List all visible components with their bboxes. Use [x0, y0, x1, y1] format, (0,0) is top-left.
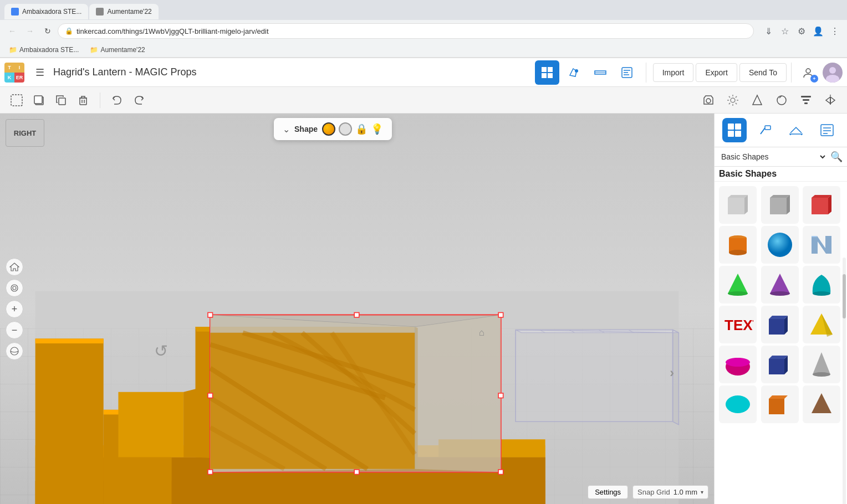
- cylinder-icon: [722, 229, 753, 260]
- toolbar-duplicate-button[interactable]: [29, 90, 49, 110]
- camera-controls: + −: [6, 258, 23, 360]
- cone-green-icon: [722, 269, 753, 300]
- shape-item-sphere[interactable]: [761, 226, 799, 264]
- toolbar-group-button[interactable]: [7, 90, 27, 110]
- snap-dropdown-icon[interactable]: ▾: [701, 489, 703, 495]
- svg-marker-109: [787, 195, 790, 214]
- bookmark-folder-icon-2: 📁: [90, 46, 98, 54]
- shape-item-pyramid-yellow[interactable]: [803, 306, 840, 343]
- home-camera-button[interactable]: [6, 258, 23, 276]
- export-button[interactable]: Export: [696, 63, 737, 82]
- light-icon: [726, 94, 739, 107]
- svg-marker-133: [784, 356, 788, 374]
- code-view-button[interactable]: [615, 60, 639, 85]
- panel-scrollbar[interactable]: [843, 258, 846, 504]
- shape-lock-icon[interactable]: 🔒: [355, 123, 368, 135]
- shape-tool-button[interactable]: [747, 90, 767, 110]
- shape-item-cube-blue[interactable]: [761, 306, 799, 343]
- toolbar-undo-button[interactable]: [107, 90, 127, 110]
- category-select[interactable]: Basic Shapes: [719, 152, 827, 162]
- panel-grid-view-button[interactable]: [722, 118, 747, 142]
- toolbar-copy-button[interactable]: [51, 90, 71, 110]
- svg-rect-94: [735, 124, 741, 130]
- svg-rect-73: [498, 312, 503, 317]
- bookmark-item-2[interactable]: 📁 Aumentame'22: [85, 45, 149, 55]
- zoom-out-button[interactable]: −: [6, 321, 23, 339]
- note-button[interactable]: [772, 90, 792, 110]
- panel-scroll-thumb[interactable]: [843, 274, 846, 318]
- send-to-button[interactable]: Send To: [739, 63, 787, 82]
- bookmark-label-2: Aumentame'22: [100, 46, 145, 54]
- header-menu-button[interactable]: ☰: [31, 64, 49, 81]
- shape-item-partial-cyan[interactable]: [719, 385, 757, 423]
- svg-rect-78: [498, 470, 503, 475]
- plane-icon: [789, 123, 803, 137]
- logo-i: I: [14, 63, 24, 73]
- menu-btn[interactable]: ⋮: [827, 23, 843, 39]
- shape-item-cone-green[interactable]: [719, 266, 757, 304]
- build-mode-button[interactable]: [562, 60, 586, 85]
- shape-item-box-gray-2[interactable]: [761, 186, 799, 224]
- code-view-icon: [621, 66, 633, 79]
- shape-item-cone-purple[interactable]: [761, 266, 799, 304]
- user-avatar-button[interactable]: [823, 63, 843, 83]
- toolbar-delete-button[interactable]: [73, 90, 93, 110]
- panel-text-button[interactable]: [815, 118, 839, 142]
- add-user-button[interactable]: +: [796, 60, 820, 85]
- down-arrow-button[interactable]: [6, 342, 23, 360]
- flat-view-button[interactable]: [588, 60, 613, 85]
- bookmark-item-1[interactable]: 📁 Ambaixadora STE...: [4, 45, 83, 55]
- svg-marker-52: [183, 386, 207, 457]
- align-button[interactable]: [796, 90, 816, 110]
- shape-item-box-gray-1[interactable]: [719, 186, 757, 224]
- shape-item-cone-gray[interactable]: [803, 346, 840, 383]
- shape-item-gem-magenta[interactable]: [719, 346, 757, 383]
- svg-rect-100: [821, 125, 833, 136]
- fit-camera-button[interactable]: [6, 279, 23, 297]
- shape-item-text-3d[interactable]: TEXT: [719, 306, 757, 343]
- toolbar-redo-button[interactable]: [129, 90, 149, 110]
- shape-item-letter-n[interactable]: [803, 226, 840, 264]
- shape-item-cone-teal[interactable]: [803, 266, 840, 304]
- svg-rect-0: [542, 67, 547, 72]
- shape-item-prism-blue[interactable]: [761, 346, 799, 383]
- profile-btn[interactable]: 👤: [810, 23, 826, 39]
- shape-item-cylinder[interactable]: [719, 226, 757, 264]
- light-button[interactable]: [723, 90, 743, 110]
- svg-rect-2: [542, 73, 547, 78]
- svg-line-31: [729, 102, 730, 104]
- shape-solid-option[interactable]: [322, 122, 335, 136]
- shape-hole-option[interactable]: [339, 122, 352, 136]
- svg-rect-19: [80, 98, 86, 105]
- nav-refresh-button[interactable]: ↻: [40, 23, 55, 39]
- settings-button[interactable]: Settings: [588, 485, 628, 499]
- panel-hammer-button[interactable]: [753, 118, 778, 142]
- panel-view-icons: [715, 114, 847, 147]
- search-icon[interactable]: 🔍: [830, 151, 843, 163]
- mirror-button[interactable]: [820, 90, 840, 110]
- browser-tab-1[interactable]: Ambaixadora STE...: [4, 4, 88, 19]
- prism-blue-icon: [764, 349, 795, 380]
- shape-item-box-red[interactable]: [803, 186, 840, 224]
- nav-forward-button[interactable]: →: [22, 23, 38, 39]
- bookmark-star-btn[interactable]: ☆: [777, 23, 793, 39]
- shape-chevron-icon[interactable]: ⌄: [283, 124, 290, 135]
- nav-back-button[interactable]: ←: [4, 23, 20, 39]
- svg-line-98: [761, 128, 765, 134]
- extensions-btn[interactable]: ⚙: [794, 23, 809, 39]
- shape-light-icon[interactable]: 💡: [371, 123, 383, 135]
- viewport[interactable]: ⌂: [0, 114, 714, 504]
- shape-item-partial-brown[interactable]: [803, 385, 840, 423]
- import-button[interactable]: Import: [653, 63, 694, 82]
- svg-rect-138: [769, 399, 784, 414]
- zoom-in-button[interactable]: +: [6, 300, 23, 318]
- panel-plane-button[interactable]: [784, 118, 808, 142]
- mirror-icon: [824, 94, 837, 107]
- browser-tab-2[interactable]: Aumentame'22: [89, 4, 158, 19]
- build-mode-icon: [568, 66, 580, 79]
- address-bar[interactable]: 🔒 tinkercad.com/things/1WwbVjggQLT-brill…: [58, 23, 754, 39]
- shape-item-partial-orange[interactable]: [761, 385, 799, 423]
- camera-button[interactable]: [698, 90, 718, 110]
- grid-view-button[interactable]: [535, 60, 559, 85]
- download-icon-btn[interactable]: ⇓: [761, 23, 776, 39]
